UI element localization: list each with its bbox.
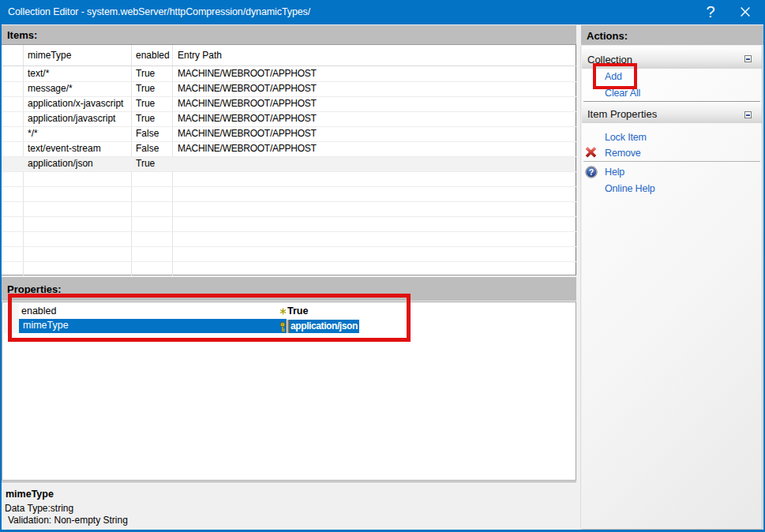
svg-text:?: ? bbox=[589, 167, 594, 177]
